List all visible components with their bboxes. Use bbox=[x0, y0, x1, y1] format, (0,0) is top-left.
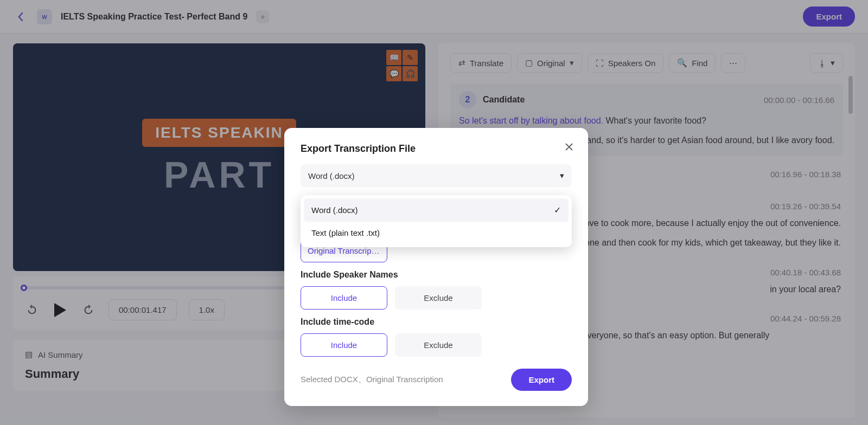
modal-selection-summary: Selected DOCX、Original Transcription bbox=[301, 375, 443, 385]
speaker-exclude[interactable]: Exclude bbox=[395, 286, 482, 310]
export-modal: Export Transcription File Word (.docx) ▾… bbox=[284, 128, 588, 406]
timecode-exclude[interactable]: Exclude bbox=[395, 333, 482, 357]
format-dropdown: Word (.docx) ✓ Text (plain text .txt) bbox=[301, 195, 572, 247]
check-icon: ✓ bbox=[554, 205, 561, 215]
close-button[interactable] bbox=[562, 140, 576, 154]
modal-title: Export Transcription File bbox=[301, 143, 572, 154]
speaker-include[interactable]: Include bbox=[301, 286, 387, 310]
chevron-down-icon: ▾ bbox=[560, 171, 564, 181]
section-timecode-label: Include time-code bbox=[301, 317, 572, 327]
option-label: Word (.docx) bbox=[311, 205, 358, 215]
select-value: Word (.docx) bbox=[308, 171, 355, 181]
dropdown-option-txt[interactable]: Text (plain text .txt) bbox=[304, 222, 569, 244]
format-select[interactable]: Word (.docx) ▾ bbox=[301, 164, 572, 187]
timecode-include[interactable]: Include bbox=[301, 333, 387, 357]
dropdown-option-docx[interactable]: Word (.docx) ✓ bbox=[304, 198, 569, 222]
option-label: Text (plain text .txt) bbox=[311, 228, 380, 237]
section-speaker-label: Include Speaker Names bbox=[301, 270, 572, 280]
export-confirm-button[interactable]: Export bbox=[511, 369, 572, 391]
